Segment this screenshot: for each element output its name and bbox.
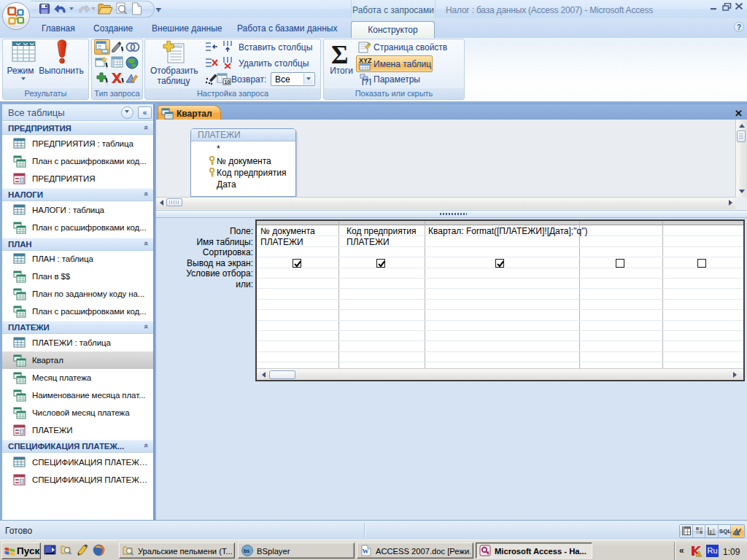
svg-text:!: !: [698, 553, 700, 557]
svg-text:10: 10: [225, 79, 231, 85]
svg-text:W: W: [363, 548, 369, 555]
svg-text:[?]: [?]: [362, 78, 371, 85]
svg-text:bs: bs: [244, 548, 249, 553]
